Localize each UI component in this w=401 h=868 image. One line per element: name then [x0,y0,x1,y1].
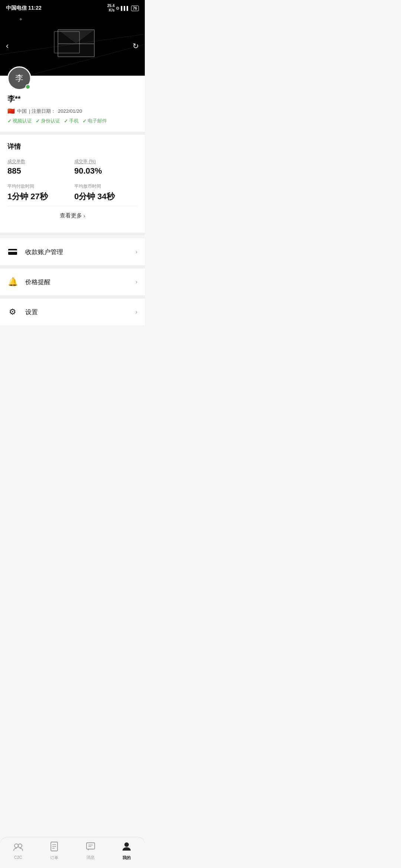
see-more-button[interactable]: 查看更多 › [7,206,137,225]
flag-icon: 🇨🇳 [7,108,15,115]
register-date: 2022/01/20 [58,108,82,114]
verif-email-label: 电子邮件 [88,118,107,124]
price-alert-chevron: › [136,279,137,285]
payment-icon [7,247,18,257]
svg-rect-1 [8,250,17,252]
avatar-wrap: 李 [7,66,31,90]
menu-divider-1 [0,266,145,269]
signal-icon: ▌▌▌ [121,6,129,10]
stat-rate: 成交率 (%) 90.03% [74,158,137,176]
status-icons: 25.4K/s ⊙ ▌▌▌ 76 [107,4,139,13]
battery-icon: 76 [131,6,139,11]
payment-account-label: 收款账户管理 [25,248,136,256]
verif-phone-label: 手机 [69,118,79,124]
stat-rate-label: 成交率 (%) [74,158,137,165]
menu-divider-2 [0,296,145,299]
verif-id: ✓ 身份认证 [36,118,60,124]
online-indicator [25,84,30,89]
verif-email: ✓ 电子邮件 [82,118,107,124]
user-name: 李** [7,94,137,104]
status-bar: 中国电信 11:22 25.4K/s ⊙ ▌▌▌ 76 [0,0,145,16]
payment-chevron: › [136,249,137,255]
details-section: 详情 成交单数 885 成交率 (%) 90.03% 平均付款时间 1分钟 27… [0,135,145,233]
see-more-text: 查看更多 [60,212,82,219]
stat-rate-value: 90.03% [74,166,137,176]
section-divider-1 [0,132,145,135]
see-more-chevron: › [84,213,85,219]
section-divider-2 [0,233,145,236]
stat-release-time-value: 0分钟 34秒 [74,191,137,202]
bell-icon: 🔔 [7,277,18,287]
stat-release-time-label: 平均放币时间 [74,183,137,190]
star-deco: ✦ [19,16,23,22]
payment-account-menu[interactable]: 收款账户管理 › [0,239,145,266]
speed-indicator: 25.4K/s [107,4,114,13]
hero-decoration [50,29,95,63]
verif-phone: ✓ 手机 [64,118,79,124]
stat-pay-time-label: 平均付款时间 [7,183,71,190]
menu-section: 收款账户管理 › 🔔 价格提醒 › ⚙ 设置 › [0,239,145,325]
details-title: 详情 [7,142,137,151]
settings-label: 设置 [25,308,136,316]
back-button[interactable]: ‹ [6,41,9,51]
price-alert-menu[interactable]: 🔔 价格提醒 › [0,269,145,296]
settings-chevron: › [136,309,137,315]
user-meta: 🇨🇳 中国 | 注册日期： 2022/01/20 [7,108,137,115]
verif-id-label: 身份认证 [41,118,60,124]
check-icon: ✓ [7,118,12,124]
stat-trades: 成交单数 885 [7,158,71,176]
check-icon-3: ✓ [64,118,68,124]
verifications: ✓ 视频认证 ✓ 身份认证 ✓ 手机 ✓ 电子邮件 [7,118,137,124]
stat-release-time: 平均放币时间 0分钟 34秒 [74,183,137,202]
register-label: | 注册日期： [29,108,56,115]
check-icon-4: ✓ [82,118,87,124]
verif-video: ✓ 视频认证 [7,118,32,124]
country: 中国 [17,108,27,115]
verif-video-label: 视频认证 [13,118,32,124]
profile-section: 李 李** 🇨🇳 中国 | 注册日期： 2022/01/20 ✓ 视频认证 ✓ … [0,76,145,132]
carrier-time: 中国电信 11:22 [6,5,42,11]
check-icon-2: ✓ [36,118,40,124]
refresh-button[interactable]: ↻ [133,42,139,50]
stat-trades-value: 885 [7,166,71,176]
stats-grid: 成交单数 885 成交率 (%) 90.03% 平均付款时间 1分钟 27秒 平… [7,158,137,202]
stat-pay-time-value: 1分钟 27秒 [7,191,71,202]
envelope-icon [58,29,95,57]
stat-pay-time: 平均付款时间 1分钟 27秒 [7,183,71,202]
gear-icon: ⚙ [7,307,18,317]
price-alert-label: 价格提醒 [25,278,136,286]
settings-menu[interactable]: ⚙ 设置 › [0,299,145,325]
stat-trades-label: 成交单数 [7,158,71,165]
wifi-icon: ⊙ [116,6,119,11]
